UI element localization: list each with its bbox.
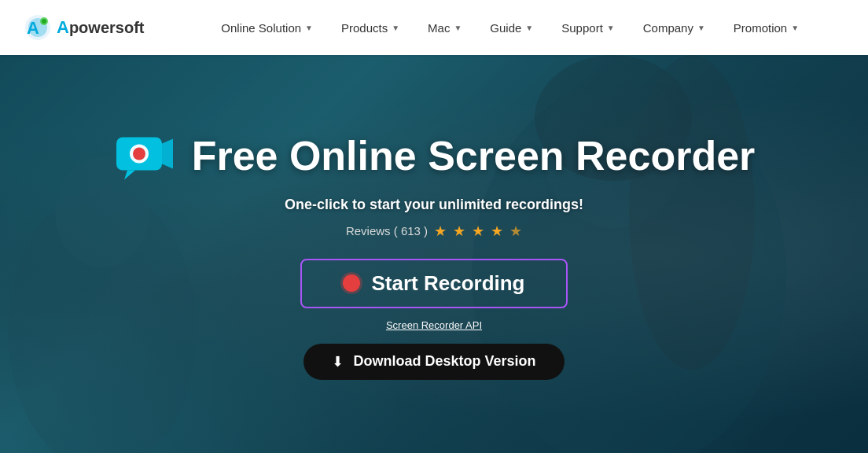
hero-section: Free Online Screen Recorder One-click to…: [0, 55, 868, 453]
nav-item-promotion[interactable]: Promotion ▼: [719, 0, 813, 55]
record-indicator-icon: [343, 274, 360, 292]
star-2: ★: [453, 223, 465, 240]
screen-recorder-api-link[interactable]: Screen Recorder API: [386, 319, 482, 331]
svg-point-4: [42, 19, 46, 24]
nav-item-online-solution[interactable]: Online Solution ▼: [207, 0, 327, 55]
chevron-down-icon: ▼: [525, 24, 533, 32]
star-4: ★: [491, 223, 503, 240]
nav-item-products[interactable]: Products ▼: [327, 0, 414, 55]
screen-recorder-icon: [113, 129, 176, 184]
chevron-down-icon: ▼: [305, 24, 313, 32]
nav-item-company[interactable]: Company ▼: [629, 0, 719, 55]
chevron-down-icon: ▼: [607, 24, 615, 32]
nav-item-support[interactable]: Support ▼: [547, 0, 628, 55]
svg-point-13: [133, 147, 145, 160]
main-nav: Online Solution ▼ Products ▼ Mac ▼ Guide…: [175, 0, 844, 55]
camera-icon-wrap: [113, 129, 176, 184]
star-half: ★: [509, 223, 522, 240]
reviews-label: Reviews ( 613 ): [346, 224, 428, 238]
hero-subtitle: One-click to start your unlimited record…: [285, 197, 583, 213]
start-recording-button[interactable]: Start Recording: [300, 259, 568, 308]
svg-marker-15: [124, 170, 135, 179]
chevron-down-icon: ▼: [454, 24, 462, 32]
chevron-down-icon: ▼: [791, 24, 799, 32]
navbar: A Apowersoft Online Solution ▼ Products …: [0, 0, 868, 55]
start-recording-label: Start Recording: [371, 271, 524, 296]
logo[interactable]: A Apowersoft: [24, 13, 144, 42]
hero-title: Free Online Screen Recorder: [192, 134, 756, 179]
api-link-label: Screen Recorder API: [386, 319, 482, 331]
svg-marker-14: [162, 138, 173, 168]
download-desktop-button[interactable]: ⬇ Download Desktop Version: [303, 344, 564, 380]
nav-item-guide[interactable]: Guide ▼: [476, 0, 547, 55]
title-row: Free Online Screen Recorder: [113, 129, 756, 184]
download-icon: ⬇: [332, 353, 344, 370]
chevron-down-icon: ▼: [697, 24, 705, 32]
svg-text:A: A: [27, 18, 39, 38]
logo-icon: A: [24, 13, 52, 42]
hero-content: Free Online Screen Recorder One-click to…: [97, 129, 771, 380]
logo-text: Apowersoft: [57, 17, 144, 38]
nav-item-mac[interactable]: Mac ▼: [414, 0, 476, 55]
reviews-row: Reviews ( 613 ) ★ ★ ★ ★ ★: [346, 223, 522, 240]
star-3: ★: [472, 223, 484, 240]
download-desktop-label: Download Desktop Version: [353, 353, 535, 370]
star-1: ★: [434, 223, 447, 240]
chevron-down-icon: ▼: [392, 24, 399, 32]
